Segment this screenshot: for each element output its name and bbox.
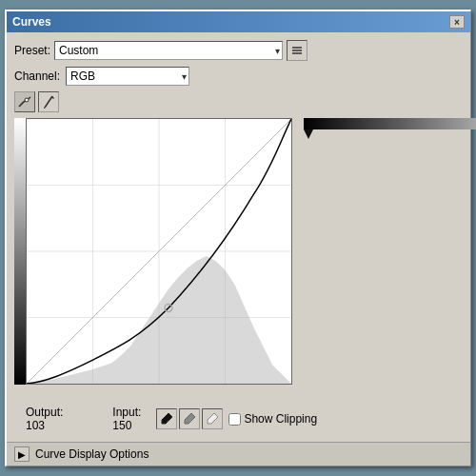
settings-icon — [290, 44, 304, 57]
sampler-tools — [156, 408, 223, 429]
output-value: 103 — [26, 419, 63, 432]
eyedropper-gray-icon — [182, 411, 197, 426]
title-bar: Curves × — [7, 11, 470, 32]
expand-options-button[interactable]: ▶ — [14, 446, 30, 462]
dialog-body: Preset: Custom Default Strong Contrast M… — [7, 32, 470, 442]
close-button[interactable]: × — [449, 15, 465, 29]
channel-row: Channel: RGB Red Green Blue ▾ — [14, 67, 476, 86]
title-bar-text: Curves — [12, 15, 51, 29]
gray-eyedropper-button[interactable] — [179, 408, 200, 429]
input-section: Input: 150 — [112, 406, 141, 432]
curve-display-options-bar: ▶ Curve Display Options — [7, 442, 470, 466]
chart-row — [14, 118, 292, 385]
show-clipping-row: Show Clipping — [228, 412, 317, 426]
curve-tools-row — [14, 91, 476, 112]
preset-select[interactable]: Custom Default Strong Contrast Medium Co… — [54, 41, 283, 60]
channel-label: Channel: — [14, 69, 60, 83]
output-input-section: Output: 103 Input: 150 — [26, 404, 476, 432]
pencil-tool-button[interactable] — [38, 91, 59, 112]
channel-select[interactable]: RGB Red Green Blue — [66, 67, 189, 86]
gradient-spacer — [292, 118, 304, 129]
white-eyedropper-button[interactable] — [202, 408, 223, 429]
curve-svg — [27, 119, 291, 384]
preset-label: Preset: — [14, 44, 50, 57]
preset-row: Preset: Custom Default Strong Contrast M… — [14, 40, 476, 61]
black-point-marker[interactable] — [304, 129, 313, 139]
curve-display-options-label: Curve Display Options — [35, 447, 149, 461]
left-panel: Preset: Custom Default Strong Contrast M… — [14, 40, 476, 434]
curve-chart[interactable] — [26, 118, 292, 385]
gradient-bottom — [304, 118, 476, 129]
gradient-bottom-row — [292, 118, 476, 129]
preset-select-wrapper: Custom Default Strong Contrast Medium Co… — [54, 41, 283, 60]
eyedropper-white-icon — [205, 411, 220, 426]
gradient-bar — [304, 118, 476, 129]
channel-select-wrapper: RGB Red Green Blue ▾ — [66, 67, 189, 86]
show-clipping-label: Show Clipping — [244, 412, 317, 426]
output-label: Output: — [26, 406, 63, 419]
svg-point-3 — [25, 98, 29, 102]
show-clipping-checkbox[interactable] — [228, 413, 241, 426]
input-label: Input: — [112, 406, 141, 419]
bottom-section: Output: 103 Input: 150 — [26, 406, 476, 432]
curve-tool-button[interactable] — [14, 91, 35, 112]
gradient-side — [14, 118, 26, 385]
input-value: 150 — [112, 419, 141, 432]
black-eyedropper-button[interactable] — [156, 408, 177, 429]
curve-tool-icon — [17, 94, 32, 109]
chart-area — [14, 118, 476, 385]
curves-dialog: Curves × Preset: Custom Default Strong C… — [5, 10, 471, 466]
eyedropper-black-icon — [159, 411, 174, 426]
svg-line-4 — [45, 96, 52, 108]
pencil-tool-icon — [41, 94, 56, 109]
svg-line-6 — [44, 108, 45, 109]
output-section: Output: 103 — [26, 406, 63, 432]
preset-settings-button[interactable] — [287, 40, 307, 61]
